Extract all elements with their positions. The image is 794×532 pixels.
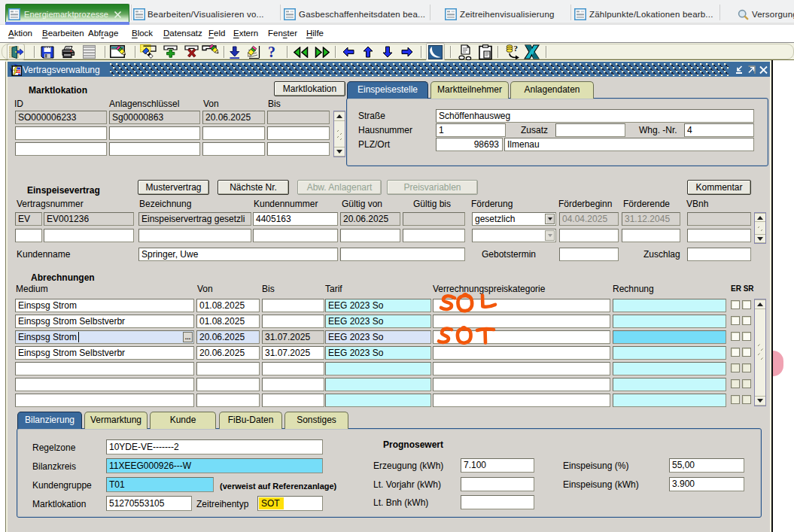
svg-text:?: ? — [514, 44, 519, 53]
